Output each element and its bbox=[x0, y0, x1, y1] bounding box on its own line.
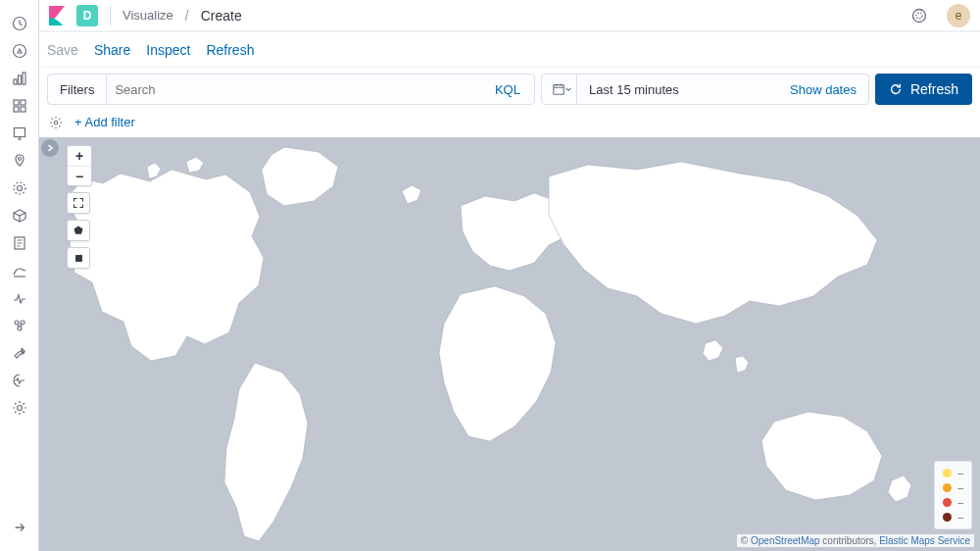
breadcrumb-sep: / bbox=[181, 8, 193, 24]
search-input[interactable] bbox=[107, 82, 481, 97]
uptime-icon[interactable] bbox=[0, 284, 39, 312]
svg-point-15 bbox=[21, 321, 24, 325]
svg-rect-7 bbox=[14, 107, 19, 112]
svg-rect-8 bbox=[21, 107, 25, 112]
fit-bounds-button[interactable] bbox=[67, 192, 90, 214]
svg-point-14 bbox=[15, 321, 19, 325]
breadcrumb-current: Create bbox=[201, 8, 242, 24]
discover-icon[interactable] bbox=[0, 37, 39, 65]
zoom-out-button[interactable]: − bbox=[68, 166, 91, 185]
breadcrumb-section[interactable]: Visualize bbox=[122, 8, 173, 23]
svg-rect-22 bbox=[75, 255, 82, 262]
kibana-logo[interactable] bbox=[47, 4, 67, 27]
show-dates-button[interactable]: Show dates bbox=[778, 82, 868, 97]
time-picker: Last 15 minutes Show dates bbox=[541, 74, 869, 105]
expand-panel-icon[interactable] bbox=[41, 139, 59, 157]
collapse-nav-icon[interactable] bbox=[0, 514, 39, 541]
legend-item: – bbox=[943, 512, 963, 523]
svg-point-1 bbox=[13, 45, 25, 58]
calendar-icon[interactable] bbox=[542, 75, 577, 104]
refresh-button[interactable]: Refresh bbox=[875, 74, 972, 105]
filters-label[interactable]: Filters bbox=[48, 75, 107, 104]
query-language-toggle[interactable]: KQL bbox=[481, 82, 534, 97]
refresh-button-label: Refresh bbox=[910, 81, 958, 97]
svg-rect-4 bbox=[23, 73, 25, 84]
svg-rect-3 bbox=[18, 75, 21, 84]
management-icon[interactable] bbox=[0, 394, 39, 422]
map-tools: + − bbox=[67, 145, 92, 269]
svg-point-18 bbox=[913, 9, 926, 22]
draw-bounds-button[interactable] bbox=[67, 247, 90, 269]
svg-point-16 bbox=[18, 326, 22, 330]
canvas-icon[interactable] bbox=[0, 120, 39, 147]
infra-icon[interactable] bbox=[0, 202, 39, 229]
svg-point-11 bbox=[17, 186, 22, 191]
newsfeed-icon[interactable] bbox=[906, 2, 933, 29]
side-nav bbox=[0, 0, 39, 551]
svg-rect-6 bbox=[21, 100, 25, 105]
recent-icon[interactable] bbox=[0, 10, 39, 37]
svg-rect-20 bbox=[554, 85, 564, 95]
svg-point-19 bbox=[916, 13, 922, 19]
save-button[interactable]: Save bbox=[47, 42, 78, 58]
legend-item: – bbox=[943, 497, 963, 508]
query-bar: Filters KQL Last 15 minutes Show dates R… bbox=[39, 68, 980, 111]
svg-rect-9 bbox=[14, 128, 24, 137]
svg-point-17 bbox=[17, 406, 22, 411]
add-filter-button[interactable]: + Add filter bbox=[74, 115, 135, 129]
world-map-svg bbox=[39, 137, 980, 549]
divider bbox=[110, 6, 111, 25]
inspect-button[interactable]: Inspect bbox=[146, 42, 190, 58]
apm-icon[interactable] bbox=[0, 257, 39, 284]
legend-item: – bbox=[943, 468, 963, 478]
dashboard-icon[interactable] bbox=[0, 92, 39, 120]
user-avatar[interactable]: e bbox=[947, 4, 970, 27]
map-legend: – – – – bbox=[934, 461, 972, 529]
zoom-in-button[interactable]: + bbox=[68, 146, 91, 166]
legend-item: – bbox=[943, 482, 963, 493]
search-box: Filters KQL bbox=[47, 74, 535, 105]
ems-link[interactable]: Elastic Maps Service bbox=[879, 535, 970, 546]
map-attribution: © OpenStreetMap contributors, Elastic Ma… bbox=[737, 534, 974, 547]
svg-rect-5 bbox=[14, 100, 19, 105]
siem-icon[interactable] bbox=[0, 312, 39, 339]
map-canvas[interactable]: + − – – – – bbox=[39, 137, 980, 551]
maps-icon[interactable] bbox=[0, 147, 39, 175]
filter-options-icon[interactable] bbox=[47, 116, 65, 129]
draw-polygon-button[interactable] bbox=[67, 220, 90, 241]
visualize-icon[interactable] bbox=[0, 65, 39, 92]
osm-link[interactable]: OpenStreetMap bbox=[751, 535, 820, 546]
svg-point-12 bbox=[14, 182, 25, 194]
svg-point-21 bbox=[54, 121, 58, 125]
refresh-link[interactable]: Refresh bbox=[206, 42, 254, 58]
svg-point-10 bbox=[18, 158, 21, 161]
space-selector[interactable]: D bbox=[76, 5, 98, 26]
viz-toolbar: Save Share Inspect Refresh bbox=[39, 32, 980, 68]
ml-icon[interactable] bbox=[0, 175, 39, 202]
share-button[interactable]: Share bbox=[94, 42, 130, 58]
logs-icon[interactable] bbox=[0, 229, 39, 257]
time-range-label[interactable]: Last 15 minutes bbox=[577, 82, 778, 97]
devtools-icon[interactable] bbox=[0, 339, 39, 367]
monitor-icon[interactable] bbox=[0, 367, 39, 394]
global-header: D Visualize / Create e bbox=[39, 0, 980, 32]
svg-rect-2 bbox=[14, 79, 17, 84]
filter-row: + Add filter bbox=[39, 111, 980, 137]
